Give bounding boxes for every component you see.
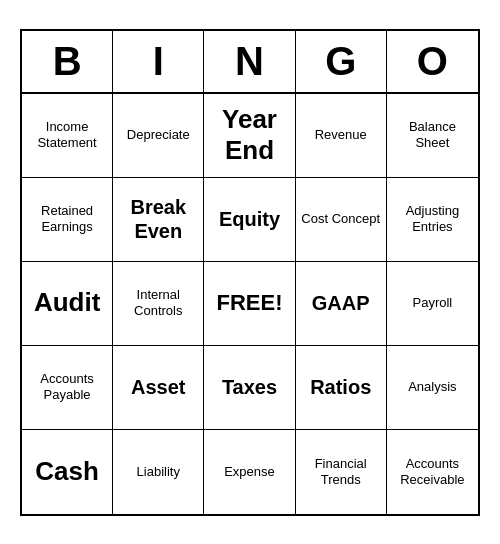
bingo-cell: Income Statement — [22, 94, 113, 178]
header-letter: I — [113, 31, 204, 92]
bingo-cell: Taxes — [204, 346, 295, 430]
bingo-header: BINGO — [22, 31, 478, 94]
bingo-cell: Depreciate — [113, 94, 204, 178]
header-letter: G — [296, 31, 387, 92]
header-letter: N — [204, 31, 295, 92]
bingo-cell: Adjusting Entries — [387, 178, 478, 262]
bingo-cell: Analysis — [387, 346, 478, 430]
bingo-cell: Audit — [22, 262, 113, 346]
bingo-cell: Ratios — [296, 346, 387, 430]
bingo-cell: Year End — [204, 94, 295, 178]
bingo-cell: Liability — [113, 430, 204, 514]
bingo-cell: Break Even — [113, 178, 204, 262]
bingo-cell: Cost Concept — [296, 178, 387, 262]
bingo-cell: GAAP — [296, 262, 387, 346]
bingo-cell: Cash — [22, 430, 113, 514]
bingo-card: BINGO Income StatementDepreciateYear End… — [20, 29, 480, 516]
bingo-cell: Balance Sheet — [387, 94, 478, 178]
header-letter: B — [22, 31, 113, 92]
header-letter: O — [387, 31, 478, 92]
bingo-cell: Payroll — [387, 262, 478, 346]
bingo-cell: Equity — [204, 178, 295, 262]
bingo-cell: Expense — [204, 430, 295, 514]
bingo-cell: Revenue — [296, 94, 387, 178]
bingo-cell: Accounts Payable — [22, 346, 113, 430]
bingo-cell: Accounts Receivable — [387, 430, 478, 514]
bingo-cell: Financial Trends — [296, 430, 387, 514]
bingo-cell: Internal Controls — [113, 262, 204, 346]
bingo-cell: Asset — [113, 346, 204, 430]
bingo-cell: Retained Earnings — [22, 178, 113, 262]
bingo-cell: FREE! — [204, 262, 295, 346]
bingo-grid: Income StatementDepreciateYear EndRevenu… — [22, 94, 478, 514]
